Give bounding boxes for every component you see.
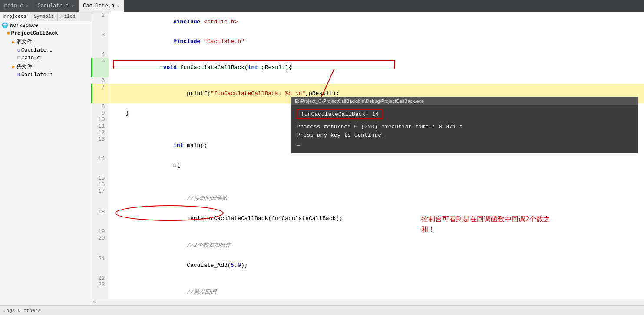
table-row: 2 #include <stdlib.h> <box>91 12 644 32</box>
editor-area: 2 #include <stdlib.h> 3 #include "Cacula… <box>91 12 644 305</box>
console-body: funCaculateCallBack: 14 Process returned… <box>291 105 638 153</box>
console-output-highlight: funCaculateCallBack: 14 <box>297 109 383 119</box>
sidebar-item-source-folder[interactable]: ▶ 源文件 <box>0 37 91 46</box>
folder-open-icon: ▶ <box>12 39 15 45</box>
table-row: 21 Caculate_Add(5,9); <box>91 256 644 275</box>
sidebar-tab-symbols[interactable]: Symbols <box>30 12 58 21</box>
sidebar-item-caculate-c[interactable]: C Caculate.c <box>0 46 91 54</box>
sidebar-tab-files[interactable]: Files <box>58 12 79 21</box>
code-container[interactable]: 2 #include <stdlib.h> 3 #include "Cacula… <box>91 12 644 299</box>
sidebar-item-header-folder[interactable]: ▶ 头文件 <box>0 62 91 71</box>
main-layout: Projects Symbols Files 🌐 Workspace ■ Pro… <box>0 12 644 305</box>
close-tab-caculate-c[interactable]: ✕ <box>71 3 74 9</box>
close-tab-caculate-h[interactable]: ✕ <box>117 3 119 9</box>
tab-bar: main.c ✕ Caculate.c ✕ Caculate.h ✕ <box>0 0 644 12</box>
table-row: 16 <box>91 181 644 188</box>
file-icon: □ <box>17 56 20 61</box>
code-table: 2 #include <stdlib.h> 3 #include "Cacula… <box>91 12 644 299</box>
close-tab-main-c[interactable]: ✕ <box>26 3 28 9</box>
file-h-icon: H <box>17 73 20 78</box>
table-row: 18 registerCaculateCallBack(funCaculateC… <box>91 209 644 228</box>
sidebar-item-workspace[interactable]: 🌐 Workspace <box>0 21 91 30</box>
console-window: E:\Project_C\ProjectCallBack\bin\Debug\P… <box>291 97 638 153</box>
table-row: 17 //注册回调函数 <box>91 188 644 209</box>
table-row: 5 □void funCaculateCallBack(int pResult)… <box>91 58 644 77</box>
workspace-icon: 🌐 <box>2 22 8 29</box>
tab-caculate-h[interactable]: Caculate.h ✕ <box>79 0 124 12</box>
console-output-highlight-wrapper: funCaculateCallBack: 14 <box>297 109 633 122</box>
table-row: 19 <box>91 228 644 235</box>
sidebar-item-project[interactable]: ■ ProjectCallBack <box>0 30 91 37</box>
sidebar-item-main-c[interactable]: □ main.c <box>0 54 91 62</box>
sidebar-item-caculate-h[interactable]: H Caculate.h <box>0 71 91 79</box>
console-output-line-2: Press any key to continue. <box>297 132 633 138</box>
table-row: 6 <box>91 77 644 84</box>
table-row: 3 #include "Caculate.h" <box>91 32 644 51</box>
bottom-tab-logs[interactable]: Logs & others <box>3 308 41 313</box>
bottom-tabs: Logs & others <box>0 305 644 315</box>
sidebar-tabs: Projects Symbols Files <box>0 12 91 21</box>
project-icon: ■ <box>7 31 10 36</box>
table-row: 22 <box>91 275 644 282</box>
console-title-bar: E:\Project_C\ProjectCallBack\bin\Debug\P… <box>291 97 638 105</box>
folder-header-icon: ▶ <box>12 64 15 69</box>
table-row: 4 <box>91 51 644 58</box>
table-row: 20 //2个数添加操作 <box>91 235 644 256</box>
tab-caculate-c[interactable]: Caculate.c ✕ <box>33 0 79 12</box>
console-output-line-1: Process returned 0 (0x0) execution time … <box>297 124 633 130</box>
sidebar: Projects Symbols Files 🌐 Workspace ■ Pro… <box>0 12 91 305</box>
console-cursor: _ <box>297 140 633 147</box>
table-row: 23 //触发回调 <box>91 282 644 299</box>
file-c-icon: C <box>17 48 20 53</box>
tab-main-c[interactable]: main.c ✕ <box>0 0 33 12</box>
sidebar-tab-projects[interactable]: Projects <box>0 12 30 21</box>
table-row: 15 <box>91 175 644 181</box>
horizontal-scrollbar[interactable]: < <box>91 299 644 305</box>
table-row: 14 □{ <box>91 155 644 175</box>
